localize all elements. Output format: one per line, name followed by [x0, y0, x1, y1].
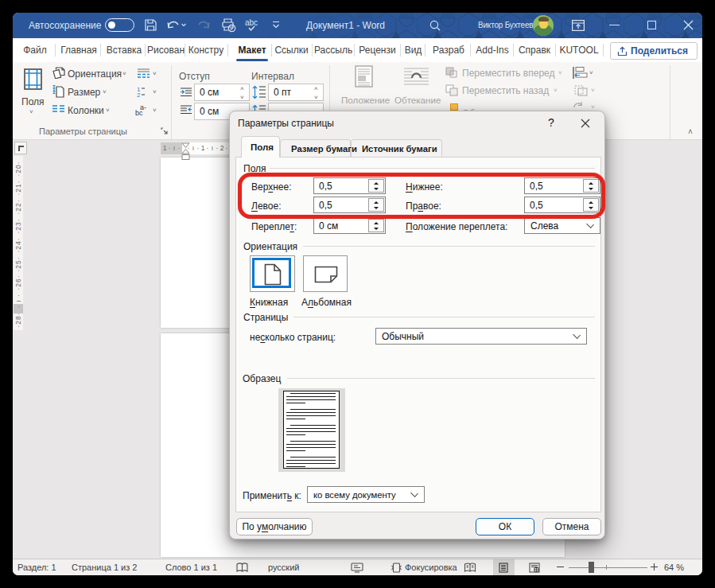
svg-text:2: 2	[137, 92, 141, 97]
svg-text:bc: bc	[135, 109, 143, 116]
svg-text:abc: abc	[245, 18, 258, 27]
